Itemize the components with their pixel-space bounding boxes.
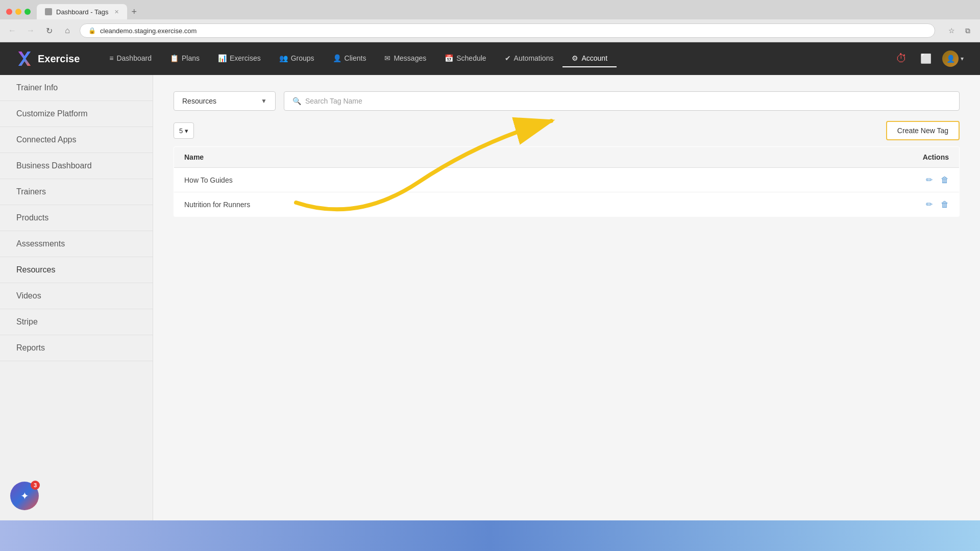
nav-label-exercises: Exercises — [230, 54, 261, 62]
dashboard-icon: ≡ — [109, 54, 113, 62]
nav-label-account: Account — [581, 54, 607, 62]
messages-icon: ✉ — [384, 54, 390, 62]
tab-close-icon[interactable]: ✕ — [114, 9, 119, 15]
browser-tab[interactable]: Dashboard - Tags ✕ — [37, 4, 127, 19]
col-name-header: Name — [174, 147, 684, 168]
category-dropdown[interactable]: Resources ▼ — [174, 91, 276, 111]
minimize-button[interactable] — [15, 9, 21, 15]
forward-button[interactable]: → — [24, 24, 37, 37]
delete-icon[interactable]: 🗑 — [941, 176, 949, 185]
tags-table: Name Actions How To Guides ✏ 🗑 — [174, 146, 960, 217]
sidebar-item-connected-apps[interactable]: Connected Apps — [0, 127, 153, 153]
sidebar-label-videos: Videos — [16, 291, 41, 300]
content-area: Resources ▼ 🔍 Search Tag Name 5 ▾ Create… — [153, 75, 980, 551]
nav-label-plans: Plans — [182, 54, 200, 62]
main-content: Trainer Info Customize Platform Connecte… — [0, 75, 980, 551]
sidebar-label-trainer-info: Trainer Info — [16, 83, 58, 92]
sidebar-item-assessments[interactable]: Assessments — [0, 231, 153, 257]
sidebar-item-resources[interactable]: Resources — [0, 257, 153, 283]
sidebar-label-stripe: Stripe — [16, 317, 38, 326]
sidebar-item-products[interactable]: Products — [0, 205, 153, 231]
top-nav: Exercise ≡ Dashboard 📋 Plans 📊 Exercises… — [0, 42, 980, 75]
nav-right: ⏱ ⬜ 👤 ▾ — [893, 51, 964, 67]
clients-icon: 👤 — [333, 54, 341, 62]
sidebar-item-trainers[interactable]: Trainers — [0, 179, 153, 205]
window-icon[interactable]: ⬜ — [918, 51, 934, 67]
groups-icon: 👥 — [279, 54, 288, 62]
sidebar-label-business-dashboard: Business Dashboard — [16, 161, 92, 170]
tab-title: Dashboard - Tags — [56, 8, 108, 16]
avatar-dropdown[interactable]: 👤 ▾ — [942, 51, 964, 67]
timer-icon[interactable]: ⏱ — [893, 51, 910, 67]
sidebar-item-videos[interactable]: Videos — [0, 283, 153, 309]
nav-item-groups[interactable]: 👥 Groups — [270, 50, 324, 67]
search-box[interactable]: 🔍 Search Tag Name — [284, 91, 960, 111]
table-row: How To Guides ✏ 🗑 — [174, 168, 960, 192]
exercises-icon: 📊 — [218, 54, 227, 62]
table-row: Nutrition for Runners ✏ 🗑 — [174, 192, 960, 217]
edit-icon[interactable]: ✏ — [926, 199, 933, 209]
reload-button[interactable]: ↻ — [43, 24, 55, 37]
traffic-lights — [6, 9, 31, 15]
nav-label-clients: Clients — [345, 54, 366, 62]
sidebar-label-assessments: Assessments — [16, 239, 65, 248]
nav-label-automations: Automations — [514, 54, 554, 62]
app: Exercise ≡ Dashboard 📋 Plans 📊 Exercises… — [0, 42, 980, 551]
per-page-value: 5 — [179, 127, 183, 135]
nav-item-dashboard[interactable]: ≡ Dashboard — [100, 50, 161, 67]
edit-icon[interactable]: ✏ — [926, 175, 933, 185]
sidebar-label-resources: Resources — [16, 265, 55, 274]
address-input[interactable]: 🔒 cleandemo.staging.exercise.com — [80, 23, 935, 38]
per-page-arrow-icon: ▾ — [185, 127, 188, 135]
search-placeholder: Search Tag Name — [305, 97, 362, 105]
sidebar-item-business-dashboard[interactable]: Business Dashboard — [0, 153, 153, 179]
nav-label-schedule: Schedule — [456, 54, 486, 62]
dropdown-value: Resources — [182, 97, 216, 105]
create-new-tag-button[interactable]: Create New Tag — [886, 121, 960, 140]
nav-item-plans[interactable]: 📋 Plans — [161, 50, 209, 67]
sidebar-label-customize-platform: Customize Platform — [16, 109, 88, 118]
row-2-name: Nutrition for Runners — [174, 192, 684, 217]
nav-item-messages[interactable]: ✉ Messages — [375, 50, 435, 67]
logo: Exercise — [16, 51, 80, 67]
schedule-icon: 📅 — [445, 54, 453, 62]
browser-chrome: Dashboard - Tags ✕ + ← → ↻ ⌂ 🔒 cleandemo… — [0, 0, 980, 42]
tab-bar: Dashboard - Tags ✕ + — [0, 0, 980, 19]
sidebar-item-customize-platform[interactable]: Customize Platform — [0, 101, 153, 127]
nav-item-schedule[interactable]: 📅 Schedule — [435, 50, 495, 67]
dropdown-arrow-icon: ▼ — [261, 97, 267, 105]
notification-badge: 3 — [31, 481, 40, 490]
nav-item-automations[interactable]: ✔ Automations — [496, 50, 563, 67]
extensions-icon[interactable]: ⧉ — [962, 24, 974, 37]
sidebar-item-reports[interactable]: Reports — [0, 335, 153, 361]
floating-badge[interactable]: ✦ 3 — [10, 482, 39, 510]
logo-icon — [16, 51, 33, 67]
col-actions-header: Actions — [683, 147, 960, 168]
nav-label-groups: Groups — [291, 54, 314, 62]
nav-item-exercises[interactable]: 📊 Exercises — [209, 50, 270, 67]
home-button[interactable]: ⌂ — [61, 24, 74, 37]
tab-favicon — [45, 8, 52, 15]
sidebar-item-trainer-info[interactable]: Trainer Info — [0, 75, 153, 101]
bottom-gradient — [0, 520, 980, 551]
new-tab-button[interactable]: + — [127, 7, 141, 17]
plans-icon: 📋 — [170, 54, 179, 62]
nav-item-account[interactable]: ⚙ Account — [562, 50, 617, 67]
bookmark-icon[interactable]: ☆ — [945, 24, 958, 37]
address-bar: ← → ↻ ⌂ 🔒 cleandemo.staging.exercise.com… — [0, 19, 980, 42]
close-button[interactable] — [6, 9, 12, 15]
nav-item-clients[interactable]: 👤 Clients — [324, 50, 376, 67]
back-button[interactable]: ← — [6, 24, 18, 37]
sidebar-label-products: Products — [16, 213, 48, 222]
maximize-button[interactable] — [24, 9, 31, 15]
per-page-select[interactable]: 5 ▾ — [174, 122, 194, 139]
action-icons: ✏ 🗑 — [694, 199, 949, 209]
row-1-actions: ✏ 🗑 — [683, 168, 960, 192]
chevron-down-icon: ▾ — [961, 55, 964, 62]
controls-row: Resources ▼ 🔍 Search Tag Name — [174, 91, 960, 111]
search-icon: 🔍 — [292, 97, 301, 105]
row-2-actions: ✏ 🗑 — [683, 192, 960, 217]
sidebar-item-stripe[interactable]: Stripe — [0, 309, 153, 335]
nav-label-dashboard: Dashboard — [116, 54, 152, 62]
delete-icon[interactable]: 🗑 — [941, 200, 949, 209]
